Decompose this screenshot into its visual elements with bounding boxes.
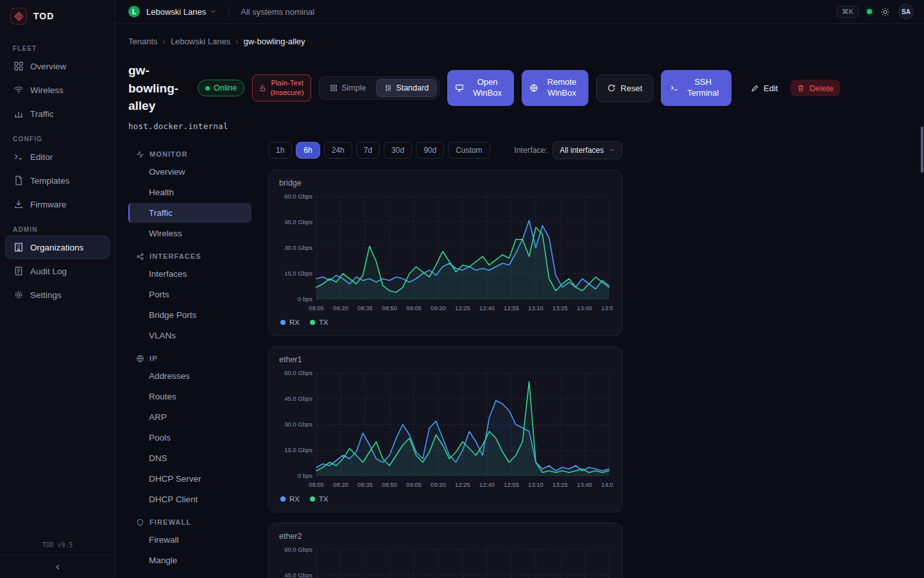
subnav-item-firewall[interactable]: Firewall [128, 530, 252, 550]
connection-status-dot [867, 9, 872, 14]
topbar: L Lebowski Lanes All systems nominal ⌘K … [116, 0, 924, 24]
remote-winbox-label: Remote WinBox [543, 77, 581, 99]
subnav-item-routes[interactable]: Routes [128, 387, 252, 407]
remote-winbox-button[interactable]: Remote WinBox [522, 70, 588, 106]
svg-text:30.0 Gbps: 30.0 Gbps [284, 244, 312, 251]
edit-button[interactable]: Edit [746, 80, 783, 96]
sidebar-item-editor[interactable]: Editor [5, 145, 110, 168]
monitor-icon [455, 83, 464, 92]
svg-text:45.0 Gbps: 45.0 Gbps [284, 572, 312, 578]
subnav-item-label: Ports [149, 290, 169, 299]
chart-legend: RX TX [280, 319, 612, 326]
breadcrumb-tenant[interactable]: Lebowski Lanes [171, 37, 230, 46]
subnav-item-label: Health [149, 188, 174, 197]
sidebar-item-traffic[interactable]: Traffic [5, 102, 110, 125]
tenant-switcher[interactable]: Lebowski Lanes [146, 7, 217, 17]
charts-toolbar: 1h 6h 24h 7d 30d 90d Custom Interface: A… [268, 141, 622, 159]
subnav-item-interfaces[interactable]: Interfaces [128, 264, 252, 284]
sidebar-item-label: Firmware [30, 200, 66, 209]
device-body: MONITOR Overview Health Traffic Wireless… [128, 141, 911, 578]
subnav-item-bridge-ports[interactable]: Bridge Ports [128, 305, 252, 325]
chevron-right-icon: › [235, 37, 238, 46]
subnav-item-addresses[interactable]: Addresses [128, 366, 252, 386]
scrollbar-thumb[interactable] [921, 127, 923, 173]
legend-tx: TX [310, 319, 329, 326]
range-24h-button[interactable]: 24h [324, 142, 352, 159]
chart-card-bridge: bridge 08:0508:2008:3508:5009:0509:2012:… [268, 170, 622, 336]
download-icon [13, 199, 24, 209]
subnav-item-label: ARP [149, 412, 167, 422]
range-7d-button[interactable]: 7d [356, 142, 380, 159]
sidebar-item-firmware[interactable]: Firmware [5, 193, 110, 216]
subnav-item-label: Routes [149, 392, 176, 401]
interface-select[interactable]: All interfaces [552, 141, 622, 159]
sidebar-collapse-button[interactable] [0, 555, 115, 578]
refresh-icon [607, 83, 616, 92]
svg-text:09:20: 09:20 [431, 304, 446, 311]
sidebar-item-settings[interactable]: Settings [5, 283, 110, 306]
topbar-divider [228, 6, 229, 17]
mode-standard-option[interactable]: Standard [376, 79, 437, 97]
mode-standard-label: Standard [396, 83, 429, 92]
svg-text:12:40: 12:40 [479, 304, 495, 311]
sidebar-item-label: Traffic [30, 109, 54, 119]
subnav-item-arp[interactable]: ARP [128, 407, 252, 427]
svg-text:14:00: 14:00 [601, 481, 613, 488]
legend-tx-label: TX [319, 319, 329, 326]
subnav-item-wireless[interactable]: Wireless [128, 223, 252, 243]
range-90d-button[interactable]: 90d [416, 142, 444, 159]
pencil-icon [751, 84, 759, 92]
range-1h-button[interactable]: 1h [268, 142, 292, 159]
sun-icon [880, 7, 890, 17]
wifi-icon [13, 85, 24, 95]
mode-simple-option[interactable]: Simple [321, 79, 374, 97]
subnav-item-pools[interactable]: Pools [128, 428, 252, 448]
sidebar-item-overview[interactable]: Overview [5, 55, 110, 78]
svg-text:30.0 Gbps: 30.0 Gbps [284, 421, 312, 428]
sidebar-item-wireless[interactable]: Wireless [5, 78, 110, 101]
svg-text:13:55: 13:55 [601, 304, 613, 311]
sidebar-section-fleet: FLEET [13, 45, 115, 52]
delete-button[interactable]: Delete [791, 80, 840, 96]
ssh-terminal-button[interactable]: SSH Terminal [661, 70, 732, 106]
reset-button[interactable]: Reset [596, 74, 653, 102]
svg-text:09:20: 09:20 [431, 481, 446, 488]
insecure-badge: Plain-Text (Insecure) [252, 74, 311, 101]
sidebar-item-label: Editor [30, 152, 53, 162]
subnav-item-label: Pools [149, 433, 171, 442]
subnav-item-traffic[interactable]: Traffic [128, 203, 252, 223]
subnav-item-vlans[interactable]: VLANs [128, 326, 252, 346]
legend-rx-label: RX [289, 495, 300, 503]
sidebar-item-label: Templates [30, 176, 70, 186]
subnav-item-label: Mangle [149, 556, 177, 565]
breadcrumb-tenants[interactable]: Tenants [128, 37, 158, 46]
sidebar-item-organizations[interactable]: Organizations [5, 236, 110, 259]
range-6h-button[interactable]: 6h [296, 142, 320, 159]
svg-text:60.0 Gbps: 60.0 Gbps [284, 369, 312, 376]
subnav-item-overview[interactable]: Overview [128, 162, 252, 182]
subnav-item-dhcp-client[interactable]: DHCP Client [128, 489, 252, 509]
sidebar-item-templates[interactable]: Templates [5, 169, 110, 192]
subnav-item-dhcp-server[interactable]: DHCP Server [128, 469, 252, 489]
online-dot-icon [205, 86, 210, 91]
theme-toggle-button[interactable] [880, 7, 890, 17]
open-winbox-button[interactable]: Open WinBox [447, 70, 514, 106]
subnav-item-ports[interactable]: Ports [128, 285, 252, 304]
range-custom-button[interactable]: Custom [448, 142, 490, 159]
svg-text:12:25: 12:25 [455, 304, 470, 311]
page-header: gw-bowling-alley Online Plain-Text (Inse… [128, 62, 911, 115]
sidebar-item-label: Overview [30, 62, 66, 71]
command-palette-shortcut[interactable]: ⌘K [837, 6, 859, 18]
subnav-section-label: IP [150, 355, 158, 362]
subnav-item-label: DHCP Server [149, 474, 201, 484]
subnav-item-health[interactable]: Health [128, 182, 252, 202]
svg-text:08:50: 08:50 [382, 304, 397, 311]
bar-chart-icon [13, 109, 24, 119]
tenant-name: Lebowski Lanes [146, 7, 206, 17]
subnav-item-dns[interactable]: DNS [128, 448, 252, 468]
sidebar-item-audit-log[interactable]: Audit Log [5, 259, 110, 283]
subnav-item-label: VLANs [149, 331, 176, 340]
user-avatar[interactable]: SA [898, 4, 914, 19]
range-30d-button[interactable]: 30d [384, 142, 412, 159]
subnav-item-mangle[interactable]: Mangle [128, 550, 252, 570]
